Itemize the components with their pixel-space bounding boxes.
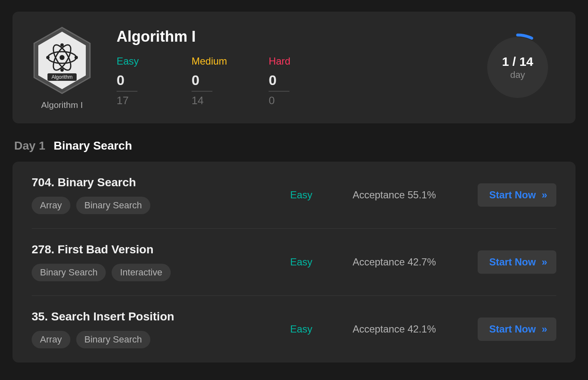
stat-total: 0 — [269, 94, 302, 107]
tag-list: ArrayBinary Search — [32, 331, 290, 348]
badge-caption: Algorithm I — [41, 100, 83, 110]
stat-solved: 0 — [269, 72, 302, 88]
acceptance-label: Acceptance 42.7% — [353, 256, 478, 268]
chevron-right-double-icon: » — [542, 189, 545, 201]
progress-ring: 1 / 14 day — [482, 32, 553, 103]
stat-divider — [117, 91, 137, 92]
stat-label: Medium — [192, 55, 227, 67]
tag[interactable]: Array — [32, 197, 70, 214]
svg-point-9 — [60, 68, 64, 72]
stat-solved: 0 — [117, 72, 150, 88]
svg-point-8 — [60, 43, 64, 47]
stat-solved: 0 — [192, 72, 227, 88]
problem-title[interactable]: 704. Binary Search — [32, 176, 290, 189]
tag-list: Binary SearchInteractive — [32, 264, 290, 281]
start-now-label: Start Now — [489, 323, 536, 335]
plan-header-card: Algorithm Algorithm I Algorithm I Easy01… — [12, 12, 576, 123]
problem-title[interactable]: 278. First Bad Version — [32, 243, 290, 256]
start-now-button[interactable]: Start Now» — [478, 318, 556, 341]
svg-point-7 — [46, 56, 50, 59]
section-topic: Binary Search — [54, 139, 132, 152]
problem-row: 278. First Bad VersionBinary SearchInter… — [32, 229, 556, 296]
tag[interactable]: Binary Search — [76, 197, 150, 214]
svg-point-6 — [75, 56, 78, 59]
stat-divider — [192, 91, 212, 92]
tag[interactable]: Binary Search — [32, 264, 106, 281]
section-day: Day 1 — [14, 139, 45, 152]
difficulty-label: Easy — [290, 323, 353, 335]
progress-count: 1 / 14 — [502, 55, 533, 69]
chevron-right-double-icon: » — [542, 256, 545, 268]
stat-medium: Medium014 — [192, 55, 227, 107]
stat-hard: Hard00 — [269, 55, 302, 107]
progress-unit: day — [510, 70, 525, 80]
acceptance-label: Acceptance 55.1% — [353, 189, 478, 201]
algorithm-badge-icon: Algorithm — [31, 25, 93, 96]
plan-stats-block: Algorithm I Easy017Medium014Hard00 — [117, 28, 302, 107]
stat-label: Hard — [269, 55, 302, 67]
tag[interactable]: Array — [32, 331, 70, 348]
stat-easy: Easy017 — [117, 55, 150, 107]
svg-text:Algorithm: Algorithm — [52, 74, 73, 80]
problems-card: 704. Binary SearchArrayBinary SearchEasy… — [12, 162, 576, 362]
stat-total: 14 — [192, 94, 227, 107]
tag[interactable]: Interactive — [112, 264, 171, 281]
stat-total: 17 — [117, 94, 150, 107]
tag[interactable]: Binary Search — [76, 331, 150, 348]
acceptance-label: Acceptance 42.1% — [353, 323, 478, 335]
problem-row: 704. Binary SearchArrayBinary SearchEasy… — [32, 162, 556, 229]
problem-row: 35. Search Insert PositionArrayBinary Se… — [32, 296, 556, 362]
difficulty-label: Easy — [290, 256, 353, 268]
section-heading: Day 1Binary Search — [14, 139, 576, 152]
chevron-right-double-icon: » — [542, 323, 545, 335]
problem-left: 35. Search Insert PositionArrayBinary Se… — [32, 310, 290, 348]
problem-left: 278. First Bad VersionBinary SearchInter… — [32, 243, 290, 281]
start-now-button[interactable]: Start Now» — [478, 183, 556, 207]
problem-title[interactable]: 35. Search Insert Position — [32, 310, 290, 323]
problem-left: 704. Binary SearchArrayBinary Search — [32, 176, 290, 214]
stat-label: Easy — [117, 55, 150, 67]
svg-point-2 — [60, 55, 65, 60]
start-now-button[interactable]: Start Now» — [478, 250, 556, 274]
plan-title: Algorithm I — [117, 28, 302, 45]
difficulty-label: Easy — [290, 189, 353, 201]
tag-list: ArrayBinary Search — [32, 197, 290, 214]
stat-divider — [269, 91, 289, 92]
start-now-label: Start Now — [489, 256, 536, 268]
start-now-label: Start Now — [489, 189, 536, 201]
badge-column: Algorithm Algorithm I — [31, 25, 93, 110]
